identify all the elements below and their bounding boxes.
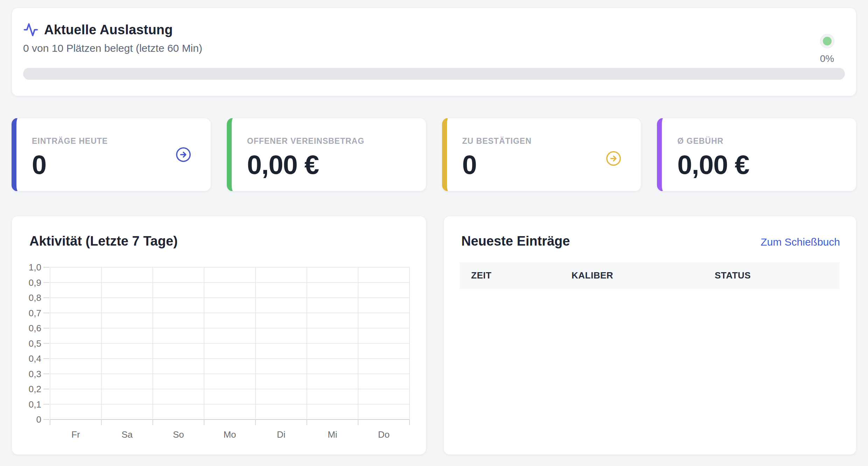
stat-value: 0,00 €: [247, 151, 411, 178]
entries-table-header: ZEIT KALIBER STATUS: [460, 262, 840, 289]
svg-text:Mo: Mo: [223, 429, 236, 440]
usage-title: Aktuelle Auslastung: [44, 22, 173, 37]
stat-card-zu-bestaetigen[interactable]: ZU BESTÄTIGEN 0: [442, 118, 642, 191]
svg-text:0,7: 0,7: [29, 308, 41, 318]
svg-text:0,6: 0,6: [29, 323, 41, 333]
latest-entries-card: Neueste Einträge Zum Schießbuch ZEIT KAL…: [443, 216, 856, 455]
svg-text:Di: Di: [277, 429, 286, 440]
svg-text:Mi: Mi: [328, 429, 337, 440]
column-header-status: STATUS: [703, 270, 840, 281]
arrow-right-circle-icon[interactable]: [606, 150, 622, 167]
stat-card-offener-vereinsbetrag: OFFENER VEREINSBETRAG 0,00 €: [227, 118, 426, 191]
latest-entries-title: Neueste Einträge: [461, 234, 570, 249]
stat-label: OFFENER VEREINSBETRAG: [247, 136, 411, 146]
shootbook-link[interactable]: Zum Schießbuch: [761, 236, 840, 248]
usage-card: Aktuelle Auslastung 0 von 10 Plätzen bel…: [12, 8, 856, 96]
svg-text:Fr: Fr: [71, 429, 80, 440]
status-dot: [823, 37, 832, 45]
svg-text:So: So: [173, 429, 184, 440]
activity-icon: [23, 22, 38, 37]
svg-text:0,3: 0,3: [29, 369, 41, 379]
stat-value: 0: [462, 151, 626, 178]
arrow-right-circle-icon[interactable]: [175, 147, 191, 163]
svg-text:0,4: 0,4: [29, 353, 41, 364]
status-indicator-ring: [820, 34, 834, 48]
stats-row: EINTRÄGE HEUTE 0 OFFENER VEREINSBETRAG 0…: [12, 118, 856, 191]
column-header-kaliber: KALIBER: [560, 270, 703, 281]
svg-text:1,0: 1,0: [29, 262, 41, 273]
svg-text:0,2: 0,2: [29, 384, 41, 394]
stat-label: ZU BESTÄTIGEN: [462, 136, 626, 146]
stat-value: 0: [32, 151, 195, 178]
svg-text:0,1: 0,1: [29, 399, 41, 410]
stat-value: 0,00 €: [677, 151, 841, 178]
stat-card-eintraege-heute[interactable]: EINTRÄGE HEUTE 0: [12, 118, 211, 191]
svg-text:0,8: 0,8: [29, 292, 41, 303]
activity-chart: 1,00,90,80,70,60,50,40,30,20,10FrSaSoMoD…: [12, 216, 427, 455]
column-header-zeit: ZEIT: [460, 270, 560, 281]
usage-subtitle: 0 von 10 Plätzen belegt (letzte 60 Min): [23, 42, 845, 54]
svg-text:Do: Do: [378, 429, 390, 440]
svg-text:Sa: Sa: [121, 429, 133, 440]
svg-text:0: 0: [36, 414, 41, 425]
usage-percent-label: 0%: [820, 53, 834, 64]
svg-text:0,5: 0,5: [29, 338, 41, 349]
stat-label: EINTRÄGE HEUTE: [32, 136, 195, 146]
bottom-row: Aktivität (Letzte 7 Tage) 1,00,90,80,70,…: [12, 216, 856, 455]
svg-text:0,9: 0,9: [29, 277, 41, 288]
activity-chart-card: Aktivität (Letzte 7 Tage) 1,00,90,80,70,…: [12, 216, 426, 455]
stat-label: Ø GEBÜHR: [677, 136, 841, 146]
usage-progress-bar: [23, 68, 845, 80]
stat-card-gebuehr: Ø GEBÜHR 0,00 €: [657, 118, 856, 191]
